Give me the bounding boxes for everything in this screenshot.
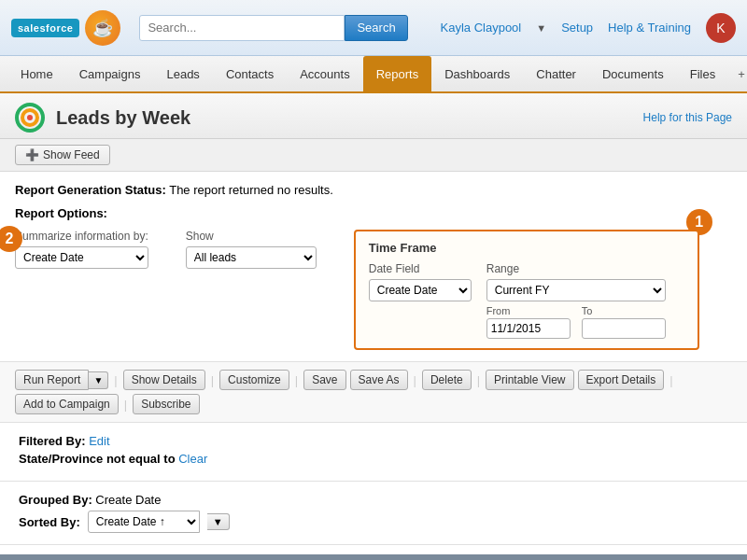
- to-group: To: [582, 305, 666, 339]
- timeframe-container: 1 Time Frame Date Field Create Date Ran: [354, 230, 699, 350]
- export-details-button[interactable]: Export Details: [578, 370, 665, 390]
- grand-totals: Grand Totals (0 records): [0, 554, 747, 560]
- show-feed-bar: ➕ Show Feed: [0, 139, 747, 172]
- show-select[interactable]: All leads: [186, 246, 317, 269]
- page-content: Leads by Week Help for this Page ➕ Show …: [0, 93, 747, 560]
- nav-files[interactable]: Files: [677, 56, 728, 93]
- timeframe-box: Time Frame Date Field Create Date Range: [354, 230, 699, 350]
- summarize-select[interactable]: Create Date: [15, 246, 148, 269]
- page-header: Leads by Week Help for this Page: [0, 93, 747, 139]
- feed-icon: ➕: [25, 148, 39, 161]
- grouped-by-line: Grouped By: Create Date: [19, 493, 728, 507]
- nav-home[interactable]: Home: [7, 56, 66, 93]
- pipe-2: |: [211, 373, 214, 387]
- app-icon: ☕: [85, 10, 120, 46]
- help-training-link[interactable]: Help & Training: [608, 21, 691, 35]
- from-group: From: [486, 305, 571, 339]
- save-button[interactable]: Save: [303, 370, 345, 390]
- nav-reports[interactable]: Reports: [363, 56, 432, 93]
- help-page-link[interactable]: Help for this Page: [643, 111, 732, 124]
- salesforce-logo: salesforce: [11, 19, 79, 37]
- logo-area: salesforce ☕: [11, 10, 120, 46]
- search-input[interactable]: [139, 15, 345, 41]
- group-section: Grouped By: Create Date Sorted By: Creat…: [0, 482, 747, 545]
- sorted-by-row: Sorted By: Create Date ↑ ▼: [19, 511, 728, 533]
- subscribe-button[interactable]: Subscribe: [133, 394, 199, 414]
- navbar: Home Campaigns Leads Contacts Accounts R…: [0, 56, 747, 93]
- timeframe-title: Time Frame: [369, 241, 684, 255]
- pipe-1: |: [114, 373, 117, 387]
- nav-leads[interactable]: Leads: [153, 56, 212, 93]
- range-area: Range Current FY From: [486, 262, 666, 339]
- range-select[interactable]: Current FY: [486, 279, 666, 301]
- run-report-group: Run Report ▼: [15, 370, 108, 390]
- status-label: Report Generation Status:: [15, 183, 166, 197]
- customize-button[interactable]: Customize: [219, 370, 289, 390]
- filter-section: Filtered By: Edit State/Province not equ…: [0, 423, 747, 482]
- from-to-row: From To: [486, 305, 666, 339]
- date-field-group: Date Field Create Date: [369, 262, 472, 301]
- filter-condition: State/Province not equal to: [19, 452, 176, 466]
- summarize-group: Summarize information by: Create Date: [15, 230, 148, 269]
- summarize-label: Summarize information by:: [15, 230, 148, 243]
- grouped-by-value: Create Date: [95, 493, 161, 507]
- search-button[interactable]: Search: [345, 15, 407, 41]
- filter-line: Filtered By: Edit: [19, 434, 728, 448]
- save-as-button[interactable]: Save As: [350, 370, 408, 390]
- filter-label: Filtered By:: [19, 434, 86, 448]
- add-to-campaign-button[interactable]: Add to Campaign: [15, 394, 119, 414]
- summarize-row: Summarize information by: Create Date Sh…: [15, 230, 317, 269]
- nav-chatter[interactable]: Chatter: [523, 56, 589, 93]
- show-group: Show All leads: [186, 230, 317, 269]
- sort-select[interactable]: Create Date ↑: [88, 511, 200, 533]
- sort-direction-button[interactable]: ▼: [207, 513, 230, 530]
- from-input[interactable]: [486, 318, 571, 339]
- pipe-7: |: [124, 398, 127, 412]
- to-input[interactable]: [582, 318, 666, 339]
- setup-link[interactable]: Setup: [561, 21, 593, 35]
- status-line: Report Generation Status: The report ret…: [15, 183, 732, 197]
- range-label: Range: [486, 262, 666, 275]
- status-value: The report returned no results.: [169, 183, 333, 197]
- pipe-5: |: [477, 373, 480, 387]
- grouped-by-label: Grouped By:: [19, 493, 92, 507]
- date-field-label: Date Field: [369, 262, 472, 275]
- page-title: Leads by Week: [56, 107, 190, 129]
- nav-dashboards[interactable]: Dashboards: [431, 56, 523, 93]
- pipe-3: |: [295, 373, 298, 387]
- timeframe-fields: Date Field Create Date Range Current FY: [369, 262, 684, 339]
- to-label: To: [582, 305, 666, 316]
- nav-documents[interactable]: Documents: [589, 56, 677, 93]
- svg-point-2: [27, 115, 33, 120]
- nav-more[interactable]: +: [728, 56, 747, 91]
- pipe-4: |: [414, 373, 416, 387]
- filter-clear-link[interactable]: Clear: [178, 452, 207, 466]
- search-area: Search: [139, 15, 440, 41]
- sorted-by-label: Sorted By:: [19, 515, 80, 529]
- avatar: K: [706, 13, 736, 43]
- nav-campaigns[interactable]: Campaigns: [66, 56, 154, 93]
- run-report-button[interactable]: Run Report: [15, 370, 89, 390]
- summarize-area: Summarize information by: Create Date Sh…: [15, 230, 317, 282]
- show-details-button[interactable]: Show Details: [123, 370, 205, 390]
- printable-view-button[interactable]: Printable View: [486, 370, 574, 390]
- report-section: Report Generation Status: The report ret…: [0, 172, 747, 361]
- show-feed-button[interactable]: ➕ Show Feed: [15, 145, 110, 165]
- user-name[interactable]: Kayla Claypool: [441, 21, 522, 35]
- header-right: Kayla Claypool ▼ Setup Help & Training K: [441, 13, 736, 43]
- filter-condition-line: State/Province not equal to Clear: [19, 452, 728, 466]
- from-label: From: [486, 305, 571, 316]
- filter-edit-link[interactable]: Edit: [89, 434, 109, 448]
- nav-accounts[interactable]: Accounts: [287, 56, 362, 93]
- report-icon: [15, 103, 45, 133]
- pipe-6: |: [669, 373, 672, 387]
- range-group: Range Current FY: [486, 262, 666, 301]
- page-title-area: Leads by Week: [15, 103, 190, 133]
- show-label: Show: [186, 230, 317, 243]
- date-field-select[interactable]: Create Date: [369, 279, 472, 301]
- delete-button[interactable]: Delete: [422, 370, 472, 390]
- app-header: salesforce ☕ Search Kayla Claypool ▼ Set…: [0, 0, 747, 56]
- run-report-arrow[interactable]: ▼: [89, 371, 108, 389]
- nav-contacts[interactable]: Contacts: [213, 56, 287, 93]
- toolbar: Run Report ▼ | Show Details | Customize …: [0, 361, 747, 423]
